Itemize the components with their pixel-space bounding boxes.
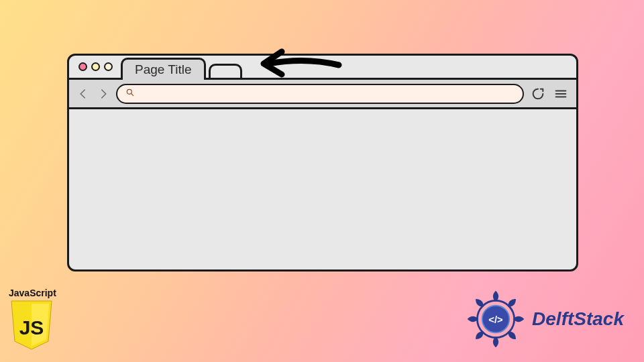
- svg-text:</>: </>: [488, 314, 502, 325]
- javascript-badge: JavaScript JS: [9, 288, 69, 353]
- browser-window: Page Title: [67, 54, 578, 272]
- browser-content-area: [69, 109, 576, 269]
- delftstack-text: DelftStack: [532, 308, 624, 330]
- chevron-right-icon: [97, 88, 109, 100]
- browser-tab-background[interactable]: [209, 64, 242, 80]
- menu-button[interactable]: [552, 85, 570, 103]
- window-close-dot[interactable]: [78, 62, 87, 71]
- svg-point-0: [127, 89, 131, 94]
- window-maximize-dot[interactable]: [104, 62, 113, 71]
- forward-button[interactable]: [96, 86, 111, 101]
- javascript-label: JavaScript: [9, 288, 69, 298]
- window-minimize-dot[interactable]: [91, 62, 100, 71]
- refresh-button[interactable]: [529, 85, 547, 103]
- chevron-left-icon: [77, 88, 89, 100]
- tab-bar: Page Title: [69, 56, 576, 80]
- search-icon: [125, 88, 135, 99]
- browser-tab-active[interactable]: Page Title: [121, 58, 206, 80]
- javascript-shield-icon: JS: [9, 300, 54, 351]
- delftstack-logo: </> DelftStack: [465, 288, 624, 350]
- refresh-icon: [531, 86, 545, 101]
- traffic-lights: [74, 56, 117, 78]
- hamburger-icon: [553, 86, 568, 101]
- svg-text:JS: JS: [19, 316, 44, 339]
- url-bar[interactable]: [116, 84, 524, 104]
- svg-line-1: [131, 94, 133, 96]
- browser-toolbar: [69, 80, 576, 109]
- delftstack-medallion-icon: </>: [465, 288, 527, 350]
- tab-title-label: Page Title: [135, 62, 192, 77]
- back-button[interactable]: [76, 86, 91, 101]
